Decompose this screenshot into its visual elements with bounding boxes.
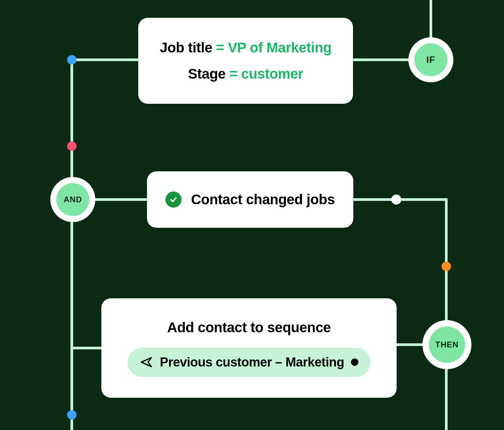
operator-then[interactable]: THEN (422, 320, 471, 369)
action-title: Add contact to sequence (167, 319, 331, 336)
check-icon (165, 191, 182, 208)
condition-card[interactable]: Job title = VP of Marketing Stage = cust… (138, 18, 353, 104)
operator-label: THEN (429, 327, 465, 363)
event-card[interactable]: Contact changed jobs (147, 171, 353, 228)
event-row: Contact changed jobs (165, 191, 335, 208)
node-dot (67, 55, 77, 64)
action-card[interactable]: Add contact to sequence Previous custome… (101, 298, 397, 398)
status-dot-icon (351, 358, 358, 366)
operator-if[interactable]: IF (408, 37, 453, 82)
condition-op: = (229, 66, 237, 82)
condition-value: VP of Marketing (228, 40, 332, 55)
workflow-canvas: Job title = VP of Marketing Stage = cust… (0, 0, 504, 430)
operator-and[interactable]: AND (50, 177, 95, 222)
condition-value: customer (241, 66, 303, 82)
sequence-name: Previous customer – Marketing (160, 355, 344, 370)
send-icon (140, 355, 153, 369)
sequence-pill[interactable]: Previous customer – Marketing (128, 348, 370, 377)
operator-label: AND (56, 183, 89, 216)
condition-line-2: Stage = customer (188, 66, 303, 82)
operator-label: IF (414, 43, 447, 76)
node-dot (442, 262, 451, 271)
condition-op: = (216, 40, 224, 55)
event-label: Contact changed jobs (191, 191, 335, 208)
node-dot (391, 195, 401, 205)
node-dot (67, 141, 77, 151)
condition-field: Job title (160, 40, 212, 55)
condition-line-1: Job title = VP of Marketing (160, 40, 332, 56)
condition-field: Stage (188, 66, 225, 82)
node-dot (67, 410, 77, 420)
